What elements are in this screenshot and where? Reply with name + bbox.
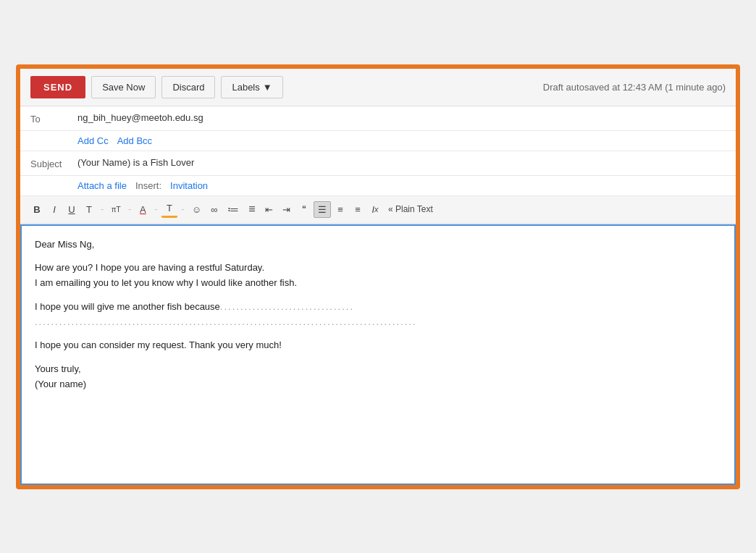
format-align-right-button[interactable]: ≡ bbox=[350, 202, 366, 217]
format-quote-button[interactable]: “ bbox=[296, 202, 312, 216]
dotted-line-2: ........................................… bbox=[35, 316, 417, 327]
add-bcc-button[interactable]: Add Bcc bbox=[117, 135, 152, 146]
send-button[interactable]: SEND bbox=[30, 76, 85, 98]
format-unordered-list-button[interactable]: ≡ bbox=[244, 200, 260, 218]
format-align-center-button[interactable]: ≡ bbox=[332, 202, 348, 217]
to-label: To bbox=[30, 112, 77, 124]
format-underline-button[interactable]: U bbox=[64, 202, 80, 217]
body-intro: How are you? I hope you are having a res… bbox=[35, 261, 721, 291]
format-align-justify-button[interactable]: ☰ bbox=[314, 201, 331, 218]
format-bold-button[interactable]: B bbox=[29, 202, 45, 217]
add-cc-button[interactable]: Add Cc bbox=[77, 135, 109, 146]
to-row: To ng_bih_huey@meetoh.edu.sg bbox=[20, 106, 736, 131]
separator-1: - bbox=[101, 203, 104, 215]
format-indent-less-button[interactable]: ⇤ bbox=[261, 202, 277, 217]
to-value[interactable]: ng_bih_huey@meetoh.edu.sg bbox=[77, 112, 726, 123]
format-indent-more-button[interactable]: ⇥ bbox=[279, 202, 295, 217]
separator-2: - bbox=[128, 203, 132, 215]
format-text-bg-button[interactable]: T bbox=[161, 200, 177, 218]
separator-3: - bbox=[154, 203, 158, 215]
format-text-button[interactable]: T bbox=[81, 202, 97, 217]
body-closing: I hope you can consider my request. Than… bbox=[35, 338, 721, 353]
format-italic-button[interactable]: I bbox=[46, 202, 62, 217]
email-compose-window: SEND Save Now Discard Labels ▼ Draft aut… bbox=[16, 64, 740, 489]
format-link-button[interactable]: ∞ bbox=[206, 202, 222, 217]
email-form: To ng_bih_huey@meetoh.edu.sg Add Cc Add … bbox=[20, 106, 736, 485]
plain-text-button[interactable]: « Plain Text bbox=[385, 202, 437, 216]
labels-button[interactable]: Labels ▼ bbox=[221, 76, 282, 98]
format-font-color-button[interactable]: A bbox=[135, 202, 151, 217]
cc-bcc-row: Add Cc Add Bcc bbox=[20, 131, 736, 151]
insert-label: Insert: bbox=[135, 180, 161, 191]
format-toolbar: B I U T - πT - A - T - ☺ ∞ ≔ ≡ ⇤ ⇥ “ ☰ ≡… bbox=[20, 196, 736, 224]
subject-row: Subject (Your Name) is a Fish Lover bbox=[20, 151, 736, 176]
compose-toolbar: SEND Save Now Discard Labels ▼ Draft aut… bbox=[20, 69, 736, 106]
format-ordered-list-button[interactable]: ≔ bbox=[224, 200, 243, 219]
body-request: I hope you will give me another fish bec… bbox=[35, 300, 721, 330]
format-clear-button[interactable]: Ix bbox=[367, 202, 383, 217]
body-greeting: Dear Miss Ng, bbox=[35, 237, 721, 253]
draft-status: Draft autosaved at 12:43 AM (1 minute ag… bbox=[543, 82, 726, 93]
save-now-button[interactable]: Save Now bbox=[91, 76, 156, 98]
discard-button[interactable]: Discard bbox=[161, 76, 215, 98]
format-emoji-button[interactable]: ☺ bbox=[188, 202, 205, 217]
compose-area[interactable]: Dear Miss Ng, How are you? I hope you ar… bbox=[20, 224, 736, 485]
dotted-line-1: ................................. bbox=[220, 301, 354, 312]
labels-label: Labels bbox=[232, 82, 259, 93]
attach-file-button[interactable]: Attach a file bbox=[77, 180, 127, 191]
invitation-button[interactable]: Invitation bbox=[170, 180, 208, 191]
subject-label: Subject bbox=[30, 157, 77, 169]
attach-row: Attach a file Insert: Invitation bbox=[20, 176, 736, 196]
chevron-down-icon: ▼ bbox=[263, 82, 272, 93]
subject-value[interactable]: (Your Name) is a Fish Lover bbox=[77, 157, 726, 168]
separator-4: - bbox=[181, 203, 185, 215]
compose-body: Dear Miss Ng, How are you? I hope you ar… bbox=[35, 237, 721, 392]
body-signature: Yours truly, (Your name) bbox=[35, 362, 721, 392]
format-small-text-button[interactable]: πT bbox=[108, 203, 125, 216]
